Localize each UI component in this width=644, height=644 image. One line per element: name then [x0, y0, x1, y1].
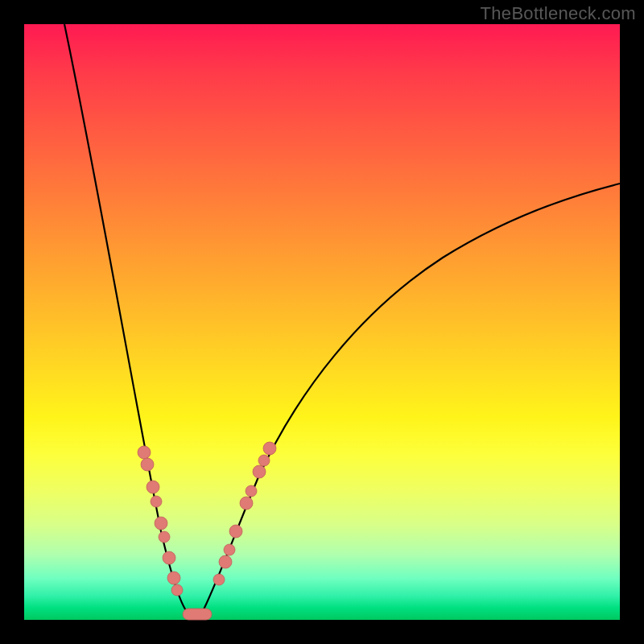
bottom-bead: [183, 609, 212, 620]
bead-left: [155, 517, 167, 530]
bead-left: [167, 572, 180, 584]
bead-left: [151, 496, 162, 507]
bead-right: [246, 485, 257, 497]
curve-svg: [24, 24, 620, 620]
chart-container: TheBottleneck.com: [0, 0, 644, 644]
bead-right: [219, 555, 232, 568]
left-branch-curve: [64, 24, 189, 614]
bead-right: [240, 497, 253, 510]
plot-area: [24, 24, 620, 620]
bead-left: [163, 551, 175, 564]
bead-left: [159, 531, 170, 543]
right-markers: [213, 442, 276, 585]
watermark-text: TheBottleneck.com: [481, 3, 636, 24]
bead-left: [171, 584, 183, 596]
bead-right: [253, 465, 266, 478]
left-markers: [138, 446, 183, 596]
bead-left: [138, 446, 151, 459]
bead-right: [258, 455, 270, 466]
bead-right: [224, 544, 235, 555]
bead-right: [229, 525, 242, 538]
bead-right: [263, 442, 276, 455]
bead-left: [141, 458, 154, 471]
bead-right: [213, 574, 225, 585]
bead-left: [147, 481, 159, 493]
right-branch-curve: [201, 184, 620, 614]
